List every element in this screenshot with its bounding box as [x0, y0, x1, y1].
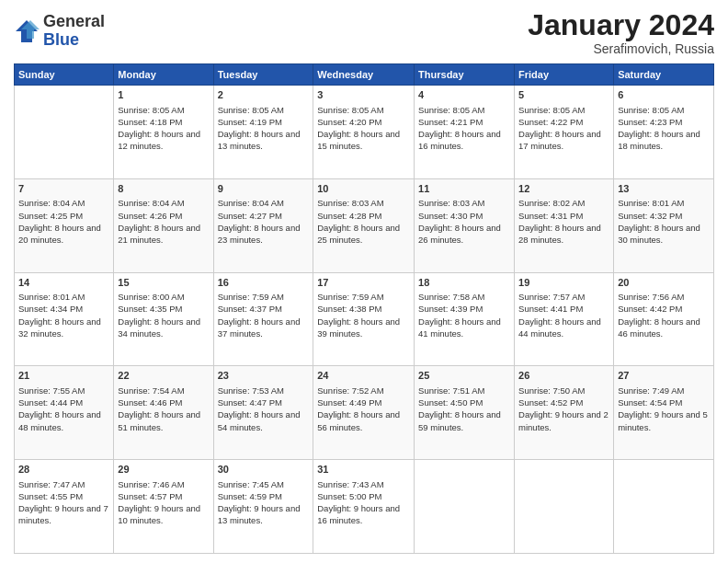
calendar-week-row: 7Sunrise: 8:04 AMSunset: 4:25 PMDaylight…: [15, 178, 714, 272]
header-tuesday: Tuesday: [213, 64, 313, 86]
day-number: 23: [218, 369, 310, 383]
day-number: 26: [518, 369, 609, 383]
sunset-text: Sunset: 4:18 PM: [118, 116, 209, 128]
table-row: 2Sunrise: 8:05 AMSunset: 4:19 PMDaylight…: [213, 86, 313, 179]
daylight-text: Daylight: 8 hours and 12 minutes.: [118, 128, 209, 153]
table-row: [614, 460, 714, 554]
sunset-text: Sunset: 4:39 PM: [418, 303, 510, 315]
sunrise-text: Sunrise: 8:04 AM: [18, 197, 109, 209]
table-row: 13Sunrise: 8:01 AMSunset: 4:32 PMDayligh…: [614, 178, 714, 272]
day-number: 4: [418, 88, 510, 102]
day-number: 21: [18, 369, 109, 383]
daylight-text: Daylight: 8 hours and 34 minutes.: [118, 316, 209, 340]
table-row: 25Sunrise: 7:51 AMSunset: 4:50 PMDayligh…: [415, 366, 515, 460]
table-row: 14Sunrise: 8:01 AMSunset: 4:34 PMDayligh…: [15, 272, 114, 366]
daylight-text: Daylight: 8 hours and 20 minutes.: [18, 222, 109, 247]
logo: General Blue: [14, 13, 105, 50]
sunrise-text: Sunrise: 7:56 AM: [618, 291, 710, 303]
day-number: 25: [418, 369, 510, 383]
sunrise-text: Sunrise: 7:54 AM: [118, 385, 209, 396]
day-number: 3: [317, 88, 410, 102]
sunrise-text: Sunrise: 7:53 AM: [218, 385, 310, 396]
sunset-text: Sunset: 4:23 PM: [618, 116, 710, 128]
table-row: 1Sunrise: 8:05 AMSunset: 4:18 PMDaylight…: [114, 86, 213, 179]
daylight-text: Daylight: 8 hours and 30 minutes.: [618, 222, 710, 247]
table-row: 20Sunrise: 7:56 AMSunset: 4:42 PMDayligh…: [614, 272, 714, 366]
table-row: 3Sunrise: 8:05 AMSunset: 4:20 PMDaylight…: [313, 86, 415, 179]
daylight-text: Daylight: 8 hours and 18 minutes.: [618, 128, 710, 153]
daylight-text: Daylight: 8 hours and 21 minutes.: [118, 222, 209, 247]
daylight-text: Daylight: 8 hours and 54 minutes.: [218, 408, 310, 433]
daylight-text: Daylight: 8 hours and 56 minutes.: [317, 408, 410, 433]
daylight-text: Daylight: 8 hours and 59 minutes.: [418, 408, 510, 433]
month-title: January 2024: [528, 9, 714, 41]
daylight-text: Daylight: 9 hours and 13 minutes.: [218, 502, 310, 527]
day-number: 22: [118, 369, 209, 383]
day-number: 10: [317, 182, 410, 196]
logo-icon: [14, 18, 40, 44]
table-row: 10Sunrise: 8:03 AMSunset: 4:28 PMDayligh…: [313, 178, 415, 272]
table-row: 7Sunrise: 8:04 AMSunset: 4:25 PMDaylight…: [15, 178, 114, 272]
table-row: 15Sunrise: 8:00 AMSunset: 4:35 PMDayligh…: [114, 272, 213, 366]
sunset-text: Sunset: 4:27 PM: [218, 210, 310, 222]
day-number: 5: [518, 88, 609, 102]
daylight-text: Daylight: 9 hours and 2 minutes.: [518, 408, 609, 433]
sunset-text: Sunset: 4:31 PM: [518, 210, 609, 222]
sunrise-text: Sunrise: 8:02 AM: [518, 197, 609, 209]
sunset-text: Sunset: 4:28 PM: [317, 210, 410, 222]
sunset-text: Sunset: 4:52 PM: [518, 396, 609, 408]
sunset-text: Sunset: 4:46 PM: [118, 396, 209, 408]
daylight-text: Daylight: 8 hours and 46 minutes.: [618, 316, 710, 340]
sunrise-text: Sunrise: 8:05 AM: [118, 104, 209, 116]
calendar-week-row: 21Sunrise: 7:55 AMSunset: 4:44 PMDayligh…: [15, 366, 714, 460]
header-sunday: Sunday: [15, 64, 114, 86]
sunset-text: Sunset: 4:20 PM: [317, 116, 410, 128]
daylight-text: Daylight: 8 hours and 15 minutes.: [317, 128, 410, 153]
sunset-text: Sunset: 5:00 PM: [317, 490, 410, 502]
header-saturday: Saturday: [614, 64, 714, 86]
title-block: January 2024 Serafimovich, Russia: [528, 9, 714, 56]
sunrise-text: Sunrise: 8:05 AM: [618, 104, 710, 116]
table-row: 30Sunrise: 7:45 AMSunset: 4:59 PMDayligh…: [213, 460, 313, 554]
day-number: 15: [118, 276, 209, 290]
day-number: 31: [317, 463, 410, 477]
sunset-text: Sunset: 4:44 PM: [18, 396, 109, 408]
table-row: [15, 86, 114, 179]
sunrise-text: Sunrise: 8:04 AM: [218, 197, 310, 209]
sunrise-text: Sunrise: 8:05 AM: [418, 104, 510, 116]
daylight-text: Daylight: 8 hours and 23 minutes.: [218, 222, 310, 247]
sunrise-text: Sunrise: 8:04 AM: [118, 197, 209, 209]
sunset-text: Sunset: 4:25 PM: [18, 210, 109, 222]
day-number: 30: [218, 463, 310, 477]
sunrise-text: Sunrise: 7:59 AM: [218, 291, 310, 303]
table-row: 11Sunrise: 8:03 AMSunset: 4:30 PMDayligh…: [415, 178, 515, 272]
day-number: 12: [518, 182, 609, 196]
day-number: 6: [618, 88, 710, 102]
sunrise-text: Sunrise: 8:05 AM: [518, 104, 609, 116]
day-number: 8: [118, 182, 209, 196]
table-row: 19Sunrise: 7:57 AMSunset: 4:41 PMDayligh…: [515, 272, 614, 366]
sunset-text: Sunset: 4:19 PM: [218, 116, 310, 128]
sunrise-text: Sunrise: 8:01 AM: [18, 291, 109, 303]
header: General Blue January 2024 Serafimovich, …: [14, 9, 714, 56]
table-row: 22Sunrise: 7:54 AMSunset: 4:46 PMDayligh…: [114, 366, 213, 460]
page: General Blue January 2024 Serafimovich, …: [0, 0, 728, 563]
table-row: [515, 460, 614, 554]
sunrise-text: Sunrise: 8:01 AM: [618, 197, 710, 209]
sunset-text: Sunset: 4:34 PM: [18, 303, 109, 315]
day-number: 7: [18, 182, 109, 196]
sunrise-text: Sunrise: 7:57 AM: [518, 291, 609, 303]
table-row: 26Sunrise: 7:50 AMSunset: 4:52 PMDayligh…: [515, 366, 614, 460]
daylight-text: Daylight: 9 hours and 10 minutes.: [118, 502, 209, 527]
logo-general: General: [43, 13, 105, 31]
table-row: 9Sunrise: 8:04 AMSunset: 4:27 PMDaylight…: [213, 178, 313, 272]
sunrise-text: Sunrise: 7:47 AM: [18, 478, 109, 490]
sunrise-text: Sunrise: 7:43 AM: [317, 478, 410, 490]
daylight-text: Daylight: 8 hours and 16 minutes.: [418, 128, 510, 153]
daylight-text: Daylight: 9 hours and 7 minutes.: [18, 502, 109, 527]
daylight-text: Daylight: 8 hours and 17 minutes.: [518, 128, 609, 153]
sunset-text: Sunset: 4:26 PM: [118, 210, 209, 222]
day-number: 18: [418, 276, 510, 290]
sunrise-text: Sunrise: 7:52 AM: [317, 385, 410, 396]
table-row: 18Sunrise: 7:58 AMSunset: 4:39 PMDayligh…: [415, 272, 515, 366]
